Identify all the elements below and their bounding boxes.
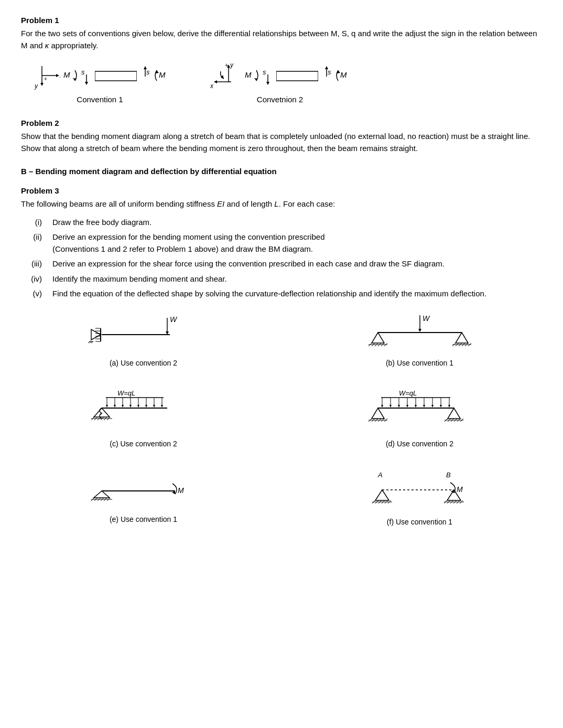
- svg-text:M: M: [63, 70, 70, 79]
- svg-marker-102: [381, 405, 383, 408]
- item-label: (ii): [21, 231, 42, 255]
- beam-e-diagram: M: [86, 469, 201, 511]
- svg-marker-112: [423, 405, 425, 408]
- svg-text:M: M: [178, 486, 184, 495]
- beam-f-cell: A B M: [297, 469, 542, 526]
- convention1-axes: x y +: [31, 61, 60, 90]
- svg-text:M: M: [340, 70, 347, 79]
- svg-marker-110: [415, 405, 417, 408]
- list-item: (iii) Derive an expression for the shear…: [21, 258, 542, 270]
- svg-rect-12: [95, 71, 137, 81]
- svg-marker-87: [153, 405, 155, 408]
- svg-text:s: s: [81, 68, 85, 76]
- svg-marker-1: [40, 83, 44, 86]
- c2-beam: [276, 66, 318, 85]
- beam-d-cell: W=qL: [297, 388, 542, 448]
- svg-marker-75: [106, 405, 108, 408]
- convention2-axes: + y x: [210, 61, 242, 90]
- beam-a-caption: (a) Use convention 2: [110, 359, 177, 367]
- c1-S-up: s: [140, 66, 150, 85]
- svg-marker-30: [266, 82, 269, 85]
- svg-marker-114: [431, 405, 434, 408]
- problem1-section: Problem 1 For the two sets of convention…: [21, 16, 542, 104]
- svg-text:B: B: [446, 471, 451, 479]
- beam-b-caption: (b) Use convention 1: [386, 359, 453, 367]
- c2-M-left: M: [245, 66, 259, 85]
- beams-grid: W (a) Use convention 2: [21, 313, 542, 526]
- beam-d-diagram: W=qL: [362, 388, 478, 435]
- problem3-title: Problem 3: [21, 186, 542, 195]
- beam-b-cell: W: [297, 313, 542, 367]
- beam-e-cell: M (e) Use convention 1: [21, 469, 266, 526]
- convention2-diagram: + y x M: [210, 61, 350, 90]
- item-content: Draw the free body diagram.: [52, 217, 542, 229]
- svg-text:x: x: [59, 72, 60, 79]
- convention2-label: Convetnion 2: [257, 95, 303, 104]
- svg-marker-108: [406, 405, 408, 408]
- svg-marker-24: [214, 80, 217, 83]
- svg-marker-65: [456, 333, 468, 343]
- svg-text:M: M: [159, 70, 166, 79]
- problem2-title: Problem 2: [21, 119, 542, 127]
- item-content: Derive an expression for the bending mom…: [52, 231, 542, 255]
- svg-marker-116: [440, 405, 442, 408]
- c2-M-right: M: [335, 66, 350, 85]
- svg-text:W: W: [423, 314, 430, 323]
- svg-marker-57: [372, 333, 384, 343]
- beam-f-caption: (f) Use convention 1: [387, 518, 452, 526]
- svg-marker-104: [389, 405, 392, 408]
- convention2-block: + y x M: [210, 61, 350, 104]
- svg-marker-79: [122, 405, 124, 408]
- beam-a-cell: W (a) Use convention 2: [21, 313, 266, 367]
- svg-marker-92: [94, 408, 110, 417]
- c2-S-up: s: [321, 66, 332, 85]
- convention1-diagram: x y + M s: [31, 61, 168, 90]
- svg-text:W=qL: W=qL: [117, 389, 135, 397]
- list-item: (ii) Derive an expression for the bendin…: [21, 231, 542, 255]
- svg-text:s: s: [146, 68, 150, 76]
- svg-text:W=qL: W=qL: [399, 389, 417, 397]
- problem1-title: Problem 1: [21, 16, 542, 25]
- c1-M-right: M: [154, 66, 168, 85]
- svg-marker-140: [94, 491, 110, 498]
- conventions-row: x y + M s: [31, 61, 542, 104]
- item-label: (iii): [21, 258, 42, 270]
- svg-text:M: M: [245, 70, 252, 79]
- svg-marker-153: [375, 490, 389, 500]
- beam-c-caption: (c) Use convention 2: [110, 440, 177, 448]
- list-item: (iv) Identify the maximum bending moment…: [21, 273, 542, 285]
- beam-d-caption: (d) Use convention 2: [386, 440, 453, 448]
- item-content: Find the equation of the deflected shape…: [52, 288, 542, 300]
- section-b-heading: B – Bending moment diagram and deflectio…: [21, 167, 542, 176]
- problem3-list: (i) Draw the free body diagram. (ii) Der…: [21, 217, 542, 300]
- convention1-label: Convention 1: [77, 95, 123, 104]
- svg-text:M: M: [457, 485, 463, 494]
- svg-marker-121: [372, 408, 384, 419]
- list-item: (v) Find the equation of the deflected s…: [21, 288, 542, 300]
- svg-text:y: y: [230, 61, 234, 69]
- svg-marker-11: [85, 82, 88, 85]
- problem2-text: Show that the bending moment diagram alo…: [21, 131, 542, 154]
- problem3-intro: The following beams are all of uniform b…: [21, 198, 542, 210]
- svg-marker-3: [56, 74, 59, 77]
- svg-marker-85: [145, 405, 147, 408]
- item-label: (i): [21, 217, 42, 229]
- item-label: (v): [21, 288, 42, 300]
- beam-e-caption: (e) Use convention 1: [110, 515, 177, 523]
- svg-text:W: W: [170, 315, 178, 324]
- svg-text:y: y: [34, 82, 38, 90]
- svg-rect-31: [276, 71, 318, 81]
- beam-c-cell: W=qL: [21, 388, 266, 448]
- svg-text:x: x: [210, 82, 214, 90]
- svg-marker-89: [161, 405, 163, 408]
- problem3-section: Problem 3 The following beams are all of…: [21, 186, 542, 526]
- svg-text:s: s: [328, 68, 331, 76]
- beam-a-diagram: W: [86, 313, 201, 355]
- svg-text:+: +: [44, 76, 47, 82]
- list-item: (i) Draw the free body diagram.: [21, 217, 542, 229]
- beam-f-diagram: A B M: [362, 469, 478, 513]
- svg-marker-54: [418, 329, 421, 332]
- section-b-title: B – Bending moment diagram and deflectio…: [21, 167, 542, 176]
- svg-marker-83: [137, 405, 139, 408]
- beam-c-diagram: W=qL: [86, 388, 201, 435]
